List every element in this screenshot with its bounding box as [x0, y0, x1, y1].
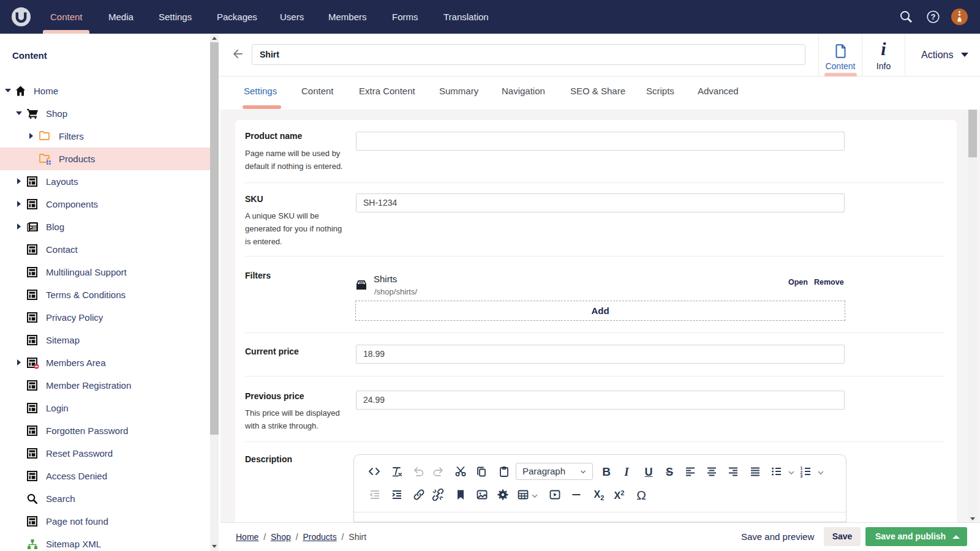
svg-text:?: ? [931, 12, 936, 21]
svg-text:3: 3 [801, 474, 803, 478]
